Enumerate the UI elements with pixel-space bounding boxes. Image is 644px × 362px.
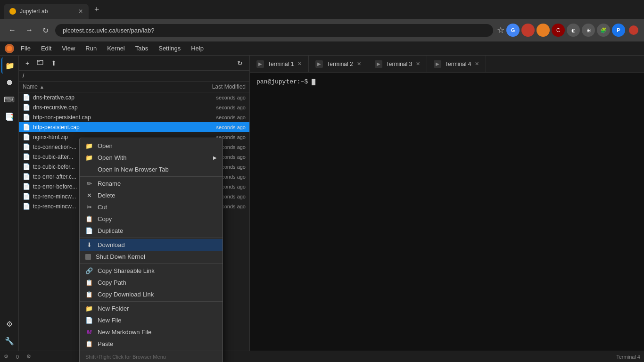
- terminal-tab-1-close[interactable]: ✕: [297, 61, 302, 67]
- forward-button[interactable]: →: [23, 24, 36, 36]
- file-modified: seconds ago: [189, 115, 246, 120]
- profile-icon[interactable]: P: [612, 24, 625, 37]
- file-icon: 📄: [23, 114, 30, 121]
- new-tab-button[interactable]: +: [91, 5, 103, 15]
- ctx-download[interactable]: ⬇ Download: [80, 239, 223, 251]
- terminal-tab-4[interactable]: ▶ Terminal 4 ✕: [427, 56, 486, 72]
- ctx-new-file[interactable]: 📄 New File: [80, 314, 223, 326]
- ctx-copy-download-link[interactable]: 📋 Copy Download Link: [80, 288, 223, 300]
- ctx-duplicate[interactable]: 📄 Duplicate: [80, 225, 223, 237]
- upload-button[interactable]: ⬆: [48, 58, 59, 68]
- refresh-button[interactable]: ↻: [234, 58, 246, 68]
- terminal-tab-4-close[interactable]: ✕: [475, 61, 479, 67]
- terminal-tab-4-label: Terminal 4: [445, 61, 471, 67]
- terminal-content[interactable]: pan@jupyter:~$: [250, 73, 644, 351]
- apps-icon[interactable]: ⊞: [582, 24, 595, 37]
- extension-icon-4[interactable]: ◐: [567, 24, 580, 37]
- chrome-icons: ☆ G C ◐ ⊞ 🧩 P: [497, 24, 638, 37]
- sidebar-icon-tabs[interactable]: 📑: [1, 108, 17, 124]
- chrome-frame: JupyterLab ✕ + ← → ↻ ☆ G C ◐ ⊞ 🧩 P: [0, 0, 644, 41]
- terminal-tab-2-close[interactable]: ✕: [357, 61, 361, 67]
- svg-rect-2: [37, 60, 43, 65]
- terminal-tab-3[interactable]: ▶ Terminal 3 ✕: [368, 56, 427, 72]
- status-gear[interactable]: ⚙: [26, 354, 31, 360]
- ctx-sep-5: [80, 351, 223, 351]
- browser-tab[interactable]: JupyterLab ✕: [4, 4, 89, 19]
- ctx-rename[interactable]: ✏ Rename: [80, 178, 223, 189]
- ctx-open-with-label: Open With: [98, 154, 208, 161]
- file-icon: 📄: [23, 183, 30, 190]
- extensions-icon[interactable]: 🧩: [597, 24, 610, 37]
- sidebar-icon-settings[interactable]: 🔧: [1, 333, 17, 349]
- ctx-new-folder[interactable]: 📁 New Folder: [80, 303, 223, 314]
- file-item[interactable]: 📄 dns-recursive.cap seconds ago: [19, 102, 249, 112]
- status-icon[interactable]: ⚙: [4, 354, 8, 360]
- ctx-open[interactable]: 📁 Open: [80, 140, 223, 152]
- file-toolbar: + ⬆ ↻: [19, 56, 249, 71]
- ctx-copy-download-icon: 📋: [85, 291, 93, 298]
- ctx-cut-icon: ✂: [85, 204, 93, 211]
- file-modified: seconds ago: [189, 124, 246, 130]
- ctx-duplicate-label: Duplicate: [98, 227, 217, 234]
- google-icon[interactable]: G: [506, 24, 520, 37]
- menu-edit[interactable]: Edit: [36, 44, 56, 53]
- ctx-duplicate-icon: 📄: [85, 227, 93, 234]
- ctx-shutdown-label: Shut Down Kernel: [96, 253, 217, 260]
- tab-favicon: [9, 8, 16, 15]
- ctx-cut[interactable]: ✂ Cut: [80, 201, 223, 213]
- ctx-copy[interactable]: 📋 Copy: [80, 213, 223, 225]
- menu-help[interactable]: Help: [186, 44, 208, 53]
- ctx-open-icon: 📁: [85, 142, 93, 149]
- sidebar-icon-files[interactable]: 📁: [1, 58, 17, 74]
- ctx-sep-1: [80, 176, 223, 177]
- extension-icon-1[interactable]: [521, 24, 535, 37]
- ctx-sep-4: [80, 301, 223, 302]
- terminal-tab-2[interactable]: ▶ Terminal 2 ✕: [309, 56, 368, 72]
- new-launcher-button[interactable]: +: [23, 58, 32, 68]
- address-bar[interactable]: [55, 24, 493, 37]
- sidebar-icon-running[interactable]: ⏺: [1, 74, 17, 90]
- terminal-icon-3: ▶: [375, 60, 382, 68]
- jupyter-logo: [4, 43, 15, 54]
- file-icon: 📄: [23, 94, 30, 101]
- tab-close-button[interactable]: ✕: [78, 8, 83, 15]
- extra-icon: [629, 25, 638, 35]
- ctx-paste-icon: 📋: [85, 340, 93, 347]
- new-folder-button[interactable]: [34, 58, 46, 68]
- sidebar-icon-commands[interactable]: ⌨: [1, 91, 17, 107]
- ctx-copy-shareable[interactable]: 🔗 Copy Shareable Link: [80, 265, 223, 277]
- file-item[interactable]: 📄 dns-iterative.cap seconds ago: [19, 92, 249, 102]
- ctx-open-browser-label: Open in New Browser Tab: [98, 166, 217, 173]
- ctx-open-with[interactable]: 📁 Open With ▶: [80, 152, 223, 164]
- ctx-new-markdown[interactable]: M New Markdown File: [80, 326, 223, 338]
- terminal-tab-3-close[interactable]: ✕: [416, 61, 420, 67]
- ctx-open-browser-tab[interactable]: Open in New Browser Tab: [80, 164, 223, 175]
- menu-tabs[interactable]: Tabs: [131, 44, 153, 53]
- menu-view[interactable]: View: [57, 44, 80, 53]
- status-count: 0: [16, 354, 19, 360]
- menu-run[interactable]: Run: [81, 44, 101, 53]
- menu-kernel[interactable]: Kernel: [102, 44, 130, 53]
- reload-button[interactable]: ↻: [40, 24, 51, 37]
- extension-icon-2[interactable]: [537, 24, 550, 37]
- column-name-header[interactable]: Name ▲: [23, 83, 189, 90]
- terminal-tab-1-label: Terminal 1: [268, 61, 294, 67]
- ctx-new-folder-icon: 📁: [85, 305, 93, 312]
- terminal-tab-3-label: Terminal 3: [386, 61, 412, 67]
- bookmark-icon[interactable]: ☆: [497, 25, 504, 35]
- file-item[interactable]: 📄 http-non-persistent.cap seconds ago: [19, 112, 249, 122]
- ctx-new-file-icon: 📄: [85, 317, 93, 324]
- sidebar-icon-extensions[interactable]: ⚙: [1, 316, 17, 332]
- ctx-delete[interactable]: ✕ Delete: [80, 189, 223, 201]
- ctx-shutdown-kernel[interactable]: Shut Down Kernel: [80, 251, 223, 263]
- menu-settings[interactable]: Settings: [154, 44, 185, 53]
- extension-icon-3[interactable]: C: [552, 24, 565, 37]
- back-button[interactable]: ←: [6, 24, 19, 36]
- file-item-selected[interactable]: 📄 http-persistent.cap seconds ago: [19, 122, 249, 132]
- menu-file[interactable]: File: [16, 44, 35, 53]
- terminal-tab-1[interactable]: ▶ Terminal 1 ✕: [250, 56, 309, 72]
- ctx-new-folder-label: New Folder: [98, 305, 217, 312]
- ctx-paste[interactable]: 📋 Paste: [80, 338, 223, 350]
- ctx-copy-shareable-label: Copy Shareable Link: [98, 267, 217, 274]
- ctx-copy-path[interactable]: 📋 Copy Path: [80, 277, 223, 288]
